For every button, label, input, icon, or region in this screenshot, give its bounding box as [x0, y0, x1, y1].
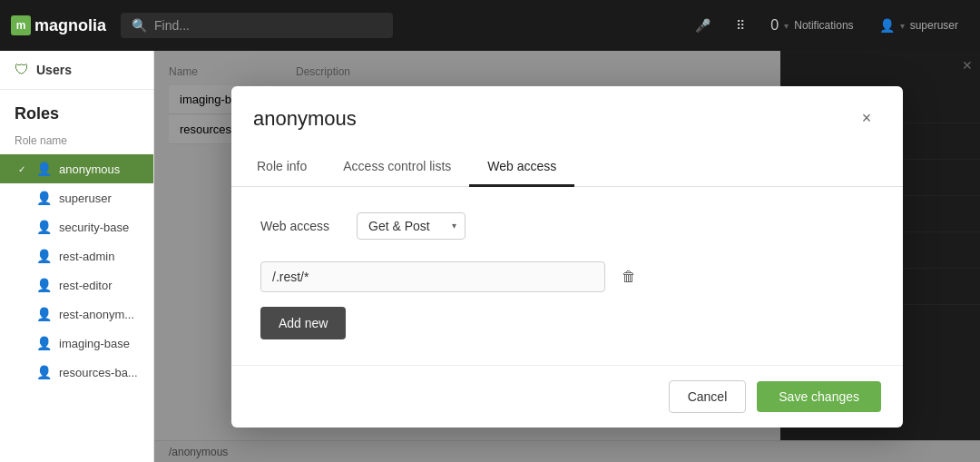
trash-icon: 🗑: [622, 269, 636, 285]
tab-web-access-label: Web access: [487, 159, 556, 173]
sidebar: 🛡 Users Roles Role name ✓ 👤 anonymous 👤 …: [0, 51, 154, 462]
topbar: m magnolia 🔍 Find... 🎤 ⠿ 0 ▾ Notificatio…: [0, 0, 980, 51]
cancel-button[interactable]: Cancel: [669, 380, 747, 413]
sidebar-item-label-superuser: superuser: [59, 192, 139, 205]
notifications-group[interactable]: 0 ▾ Notifications: [760, 0, 864, 51]
sidebar-item-anonymous[interactable]: ✓ 👤 anonymous: [0, 154, 153, 183]
logo-shield-icon: m: [11, 15, 31, 35]
sidebar-item-label-imaging-base: imaging-base: [59, 337, 139, 350]
user-chevron-icon: ▾: [900, 21, 905, 31]
dialog-body: Web access Get & Post Get Post Put Delet…: [231, 187, 903, 365]
notifications-label: Notifications: [794, 19, 853, 32]
topbar-right: 🎤 ⠿ 0 ▾ Notifications 👤 ▾ superuser: [684, 0, 969, 51]
apps-icon: ⠿: [736, 18, 745, 33]
sidebar-item-rest-editor[interactable]: 👤 rest-editor: [0, 270, 153, 300]
sidebar-item-rest-anonymous[interactable]: 👤 rest-anonym...: [0, 300, 153, 329]
dialog-close-button[interactable]: ×: [852, 104, 881, 133]
sidebar-header: 🛡 Users: [0, 51, 153, 90]
mic-icon: 🎤: [695, 18, 710, 33]
sidebar-user-icon-resources: 👤: [36, 365, 52, 379]
sidebar-user-icon-security: 👤: [36, 220, 52, 234]
sidebar-item-label-resources-base: resources-ba...: [59, 366, 139, 379]
sidebar-user-icon-rest-anon: 👤: [36, 307, 52, 321]
web-access-label: Web access: [260, 219, 342, 233]
tab-web-access[interactable]: Web access: [469, 148, 574, 187]
sidebar-item-label-rest-admin: rest-admin: [59, 250, 139, 263]
sidebar-header-shield-icon: 🛡: [15, 62, 29, 78]
main-layout: 🛡 Users Roles Role name ✓ 👤 anonymous 👤 …: [0, 51, 980, 462]
apps-button[interactable]: ⠿: [725, 0, 756, 51]
sidebar-item-rest-admin[interactable]: 👤 rest-admin: [0, 241, 153, 270]
tab-acl[interactable]: Access control lists: [325, 148, 469, 187]
dialog-overlay: anonymous × Role info Access control lis…: [154, 51, 980, 462]
sidebar-item-superuser[interactable]: 👤 superuser: [0, 183, 153, 212]
sidebar-user-icon-imaging: 👤: [36, 336, 52, 350]
sidebar-header-text: Users: [36, 63, 72, 77]
sidebar-item-label-security-base: security-base: [59, 221, 139, 234]
sidebar-item-imaging-base[interactable]: 👤 imaging-base: [0, 329, 153, 358]
add-new-button[interactable]: Add new: [260, 307, 346, 339]
search-placeholder: Find...: [154, 18, 190, 33]
sidebar-col-label: Role name: [0, 131, 153, 154]
sidebar-item-security-base[interactable]: 👤 security-base: [0, 212, 153, 241]
delete-path-button[interactable]: 🗑: [614, 262, 643, 291]
tab-acl-label: Access control lists: [343, 159, 451, 173]
dialog-title: anonymous: [253, 107, 357, 131]
sidebar-title: Roles: [0, 90, 153, 131]
notifications-count: 0: [770, 17, 779, 34]
dialog-tabs: Role info Access control lists Web acces…: [231, 148, 903, 187]
web-access-form-row: Web access Get & Post Get Post Put Delet…: [260, 212, 874, 240]
path-row: 🗑: [260, 261, 874, 292]
sidebar-item-label-anonymous: anonymous: [59, 162, 139, 176]
tab-role-info[interactable]: Role info: [239, 148, 325, 187]
sidebar-user-icon-rest-admin: 👤: [36, 249, 52, 263]
user-group[interactable]: 👤 ▾ superuser: [868, 0, 969, 51]
sidebar-check-icon: ✓: [15, 162, 29, 176]
sidebar-user-icon-superuser: 👤: [36, 191, 52, 205]
search-icon: 🔍: [132, 18, 147, 33]
cancel-label: Cancel: [688, 389, 728, 404]
sidebar-user-icon-anonymous: 👤: [36, 162, 52, 176]
sidebar-item-label-rest-editor: rest-editor: [59, 279, 139, 292]
save-changes-button[interactable]: Save changes: [757, 381, 881, 412]
tab-spacer: [574, 148, 896, 186]
content-area: Name Description imaging-base Base role …: [154, 51, 980, 462]
search-bar[interactable]: 🔍 Find...: [121, 13, 393, 38]
mic-button[interactable]: 🎤: [684, 0, 721, 51]
user-label: superuser: [910, 19, 958, 32]
dialog-footer: Cancel Save changes: [231, 365, 903, 428]
save-label: Save changes: [779, 389, 859, 404]
dialog-header: anonymous ×: [231, 86, 903, 133]
user-icon: 👤: [879, 18, 895, 33]
path-input[interactable]: [260, 261, 605, 292]
sidebar-item-label-rest-anonymous: rest-anonym...: [59, 308, 139, 321]
add-new-label: Add new: [279, 316, 328, 330]
web-access-select[interactable]: Get & Post Get Post Put Delete None: [357, 212, 466, 240]
sidebar-user-icon-rest-editor: 👤: [36, 278, 52, 292]
dialog: anonymous × Role info Access control lis…: [231, 86, 903, 428]
tab-role-info-label: Role info: [257, 159, 307, 173]
sidebar-item-resources-base[interactable]: 👤 resources-ba...: [0, 358, 153, 387]
app-logo: m magnolia: [11, 15, 106, 35]
notifications-chevron-icon: ▾: [784, 21, 789, 31]
select-wrapper: Get & Post Get Post Put Delete None ▾: [357, 212, 466, 240]
logo-text: magnolia: [34, 16, 106, 35]
